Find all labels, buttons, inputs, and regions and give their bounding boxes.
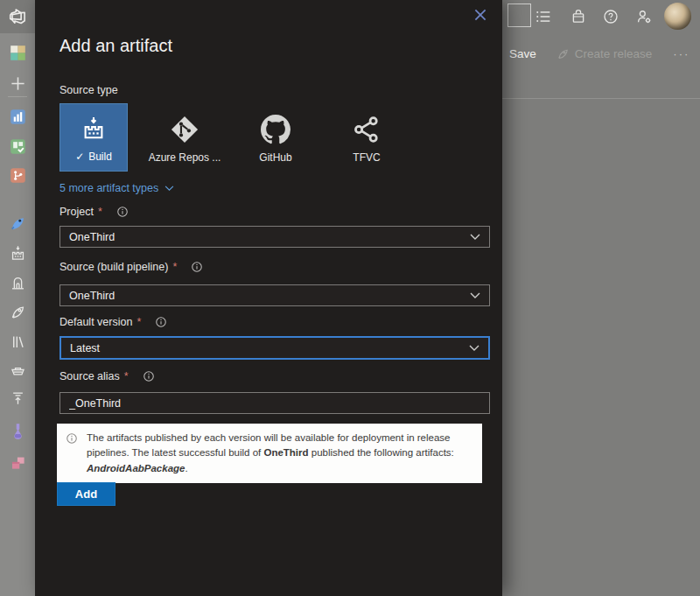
chevron-down-icon	[469, 345, 480, 352]
source-alias-label: Source alias	[60, 370, 120, 382]
search-input[interactable]	[508, 4, 531, 27]
close-icon[interactable]	[472, 7, 488, 23]
build-icon	[78, 113, 109, 144]
source-type-build[interactable]: ✓ Build	[60, 103, 128, 172]
info-icon[interactable]	[116, 206, 129, 218]
source-label-row: Source (build pipeline) *	[60, 260, 203, 274]
create-release-button[interactable]: Create release	[556, 47, 653, 60]
sidebar-item-releases[interactable]	[0, 302, 35, 321]
source-type-label: Source type	[60, 84, 118, 96]
artifact-info-box: The artifacts published by each version …	[57, 424, 482, 483]
info-text-part3: .	[185, 463, 187, 473]
project-label: Project	[60, 206, 94, 218]
tile-label-build: Build	[88, 151, 112, 163]
sidebar-item-overview[interactable]	[0, 107, 35, 126]
tile-label-tfvc: TFVC	[353, 151, 380, 164]
save-button[interactable]: Save	[509, 47, 536, 60]
info-text-artifact-name: AndroidAabPackage	[87, 463, 185, 473]
chevron-down-icon	[470, 292, 480, 299]
sidebar-item-environments[interactable]	[0, 273, 35, 292]
azure-devops-logo[interactable]	[0, 0, 35, 33]
sidebar-item-task-groups[interactable]	[0, 360, 35, 379]
source-alias-field	[60, 392, 490, 414]
add-artifact-panel: Add an artifact Source type ✓ Build	[35, 0, 502, 596]
artifact-info-text: The artifacts published by each version …	[87, 431, 472, 476]
app-root: Save Create release ···	[0, 0, 700, 596]
source-type-github[interactable]: GitHub	[242, 103, 310, 173]
sidebar-item-artifacts[interactable]	[0, 452, 35, 472]
source-dropdown[interactable]: OneThird	[60, 284, 490, 306]
info-icon	[66, 432, 78, 445]
info-icon[interactable]	[191, 261, 203, 273]
project-avatar[interactable]	[0, 43, 35, 62]
source-type-azure-repos[interactable]: Azure Repos ...	[150, 103, 219, 173]
tile-label-azure-repos: Azure Repos ...	[149, 151, 221, 164]
required-asterisk: *	[172, 261, 177, 273]
sidebar-divider	[8, 96, 27, 97]
tile-label-github: GitHub	[259, 151, 291, 164]
chevron-down-icon	[164, 186, 174, 192]
panel-title: Add an artifact	[60, 36, 172, 56]
marketplace-bag-icon[interactable]	[570, 9, 586, 25]
create-release-label: Create release	[575, 47, 653, 60]
rocket-icon	[556, 47, 570, 60]
header-divider	[502, 98, 700, 99]
info-icon[interactable]	[143, 370, 155, 382]
github-icon	[260, 114, 291, 145]
azure-repos-icon	[169, 114, 200, 145]
default-version-dropdown[interactable]: Latest	[60, 336, 490, 360]
more-artifact-types-link[interactable]: 5 more artifact types	[60, 182, 174, 194]
source-value: OneThird	[69, 290, 470, 302]
source-type-tfvc[interactable]: TFVC	[332, 103, 401, 173]
more-actions-button[interactable]: ···	[673, 47, 690, 60]
source-type-tiles: ✓ Build Azure Repos ...	[60, 103, 424, 173]
sidebar-item-test-plans[interactable]	[0, 421, 35, 440]
source-label: Source (build pipeline)	[60, 261, 168, 273]
help-icon[interactable]	[603, 9, 619, 25]
sidebar-item-library[interactable]	[0, 332, 35, 351]
user-settings-icon[interactable]	[636, 9, 652, 25]
sidebar-item-boards[interactable]	[0, 137, 35, 156]
project-value: OneThird	[69, 231, 470, 243]
sidebar-item-pipelines[interactable]	[0, 213, 35, 232]
user-avatar[interactable]	[664, 3, 691, 30]
sidebar-item-repos[interactable]	[0, 165, 35, 185]
check-icon: ✓	[75, 151, 84, 163]
info-icon[interactable]	[155, 316, 167, 328]
pipeline-toolbar: Save Create release ···	[509, 45, 690, 62]
default-version-value: Latest	[70, 342, 469, 354]
required-asterisk: *	[98, 206, 102, 218]
default-version-label-row: Default version *	[60, 315, 167, 329]
info-text-build-name: OneThird	[263, 447, 308, 458]
default-version-label: Default version	[60, 316, 132, 328]
required-asterisk: *	[124, 370, 129, 382]
project-dropdown[interactable]: OneThird	[60, 226, 490, 248]
tfvc-icon	[351, 114, 382, 145]
app-sidebar	[0, 0, 35, 596]
source-alias-label-row: Source alias *	[60, 369, 155, 383]
add-button[interactable]: Add	[57, 482, 116, 506]
sidebar-item-deployment-groups[interactable]	[0, 388, 35, 407]
project-label-row: Project *	[60, 205, 129, 219]
add-project-icon[interactable]	[0, 74, 35, 93]
chevron-down-icon	[470, 234, 480, 241]
required-asterisk: *	[136, 316, 141, 328]
list-icon[interactable]	[536, 9, 551, 25]
source-alias-input[interactable]	[69, 397, 480, 410]
info-text-part2: published the following artifacts:	[309, 447, 454, 458]
sidebar-item-builds[interactable]	[0, 243, 35, 263]
more-artifact-types-label: 5 more artifact types	[60, 182, 158, 194]
